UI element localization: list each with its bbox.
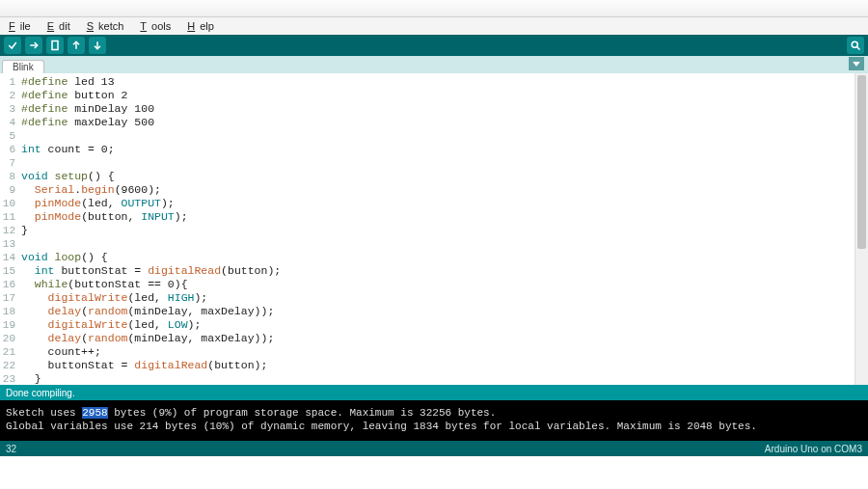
code-line[interactable]: #define button 2 — [21, 89, 864, 102]
arrow-right-icon — [28, 40, 40, 51]
code-line[interactable]: digitalWrite(led, LOW); — [21, 318, 864, 332]
console-highlight: 2958 — [82, 407, 107, 419]
serial-monitor-button[interactable] — [847, 37, 864, 54]
toolbar — [0, 35, 868, 56]
console-output[interactable]: Sketch uses 2958 bytes (9%) of program s… — [0, 400, 868, 441]
code-line[interactable]: delay(random(minDelay, maxDelay)); — [21, 332, 864, 345]
magnifier-icon — [850, 40, 861, 51]
code-line[interactable] — [21, 156, 864, 170]
code-line[interactable]: void setup() { — [21, 170, 864, 183]
code-line[interactable]: while(buttonStat == 0){ — [21, 278, 864, 291]
tab-blink[interactable]: Blink — [2, 60, 44, 73]
line-number: 6 — [0, 143, 17, 156]
bottom-padding — [0, 456, 868, 489]
code-line[interactable]: Serial.begin(9600); — [21, 183, 864, 197]
menu-file[interactable]: File — [4, 19, 41, 33]
line-number: 9 — [0, 183, 17, 197]
line-number: 16 — [0, 278, 17, 291]
code-line[interactable] — [21, 237, 864, 251]
code-line[interactable]: buttonStat = digitalRead(button); — [21, 359, 864, 372]
line-number: 10 — [0, 197, 17, 210]
line-number: 14 — [0, 251, 17, 264]
save-button[interactable] — [89, 37, 106, 54]
line-number: 21 — [0, 345, 17, 359]
tab-menu-button[interactable] — [849, 57, 864, 70]
status-text: Done compiling. — [6, 388, 75, 398]
line-number: 20 — [0, 332, 17, 345]
line-number: 22 — [0, 359, 17, 372]
scrollbar-thumb[interactable] — [857, 75, 866, 249]
line-number: 4 — [0, 116, 17, 129]
code-line[interactable]: #define maxDelay 500 — [21, 116, 864, 129]
line-number: 3 — [0, 102, 17, 116]
footer-bar: 32 Arduino Uno on COM3 — [0, 441, 868, 456]
code-line[interactable]: pinMode(led, OUTPUT); — [21, 197, 864, 210]
tab-bar: Blink — [0, 56, 868, 73]
code-line[interactable]: pinMode(button, INPUT); — [21, 210, 864, 224]
code-line[interactable]: #define minDelay 100 — [21, 102, 864, 116]
code-line[interactable]: int buttonStat = digitalRead(button); — [21, 264, 864, 278]
menu-help[interactable]: Help — [182, 19, 224, 33]
line-number: 23 — [0, 372, 17, 385]
code-line[interactable]: digitalWrite(led, HIGH); — [21, 291, 864, 305]
line-number: 13 — [0, 237, 17, 251]
console-line-2: Global variables use 214 bytes (10%) of … — [6, 421, 757, 432]
line-number: 7 — [0, 156, 17, 170]
verify-button[interactable] — [4, 37, 21, 54]
code-line[interactable]: int count = 0; — [21, 143, 864, 156]
arrow-up-icon — [70, 40, 82, 51]
code-line[interactable]: } — [21, 372, 864, 385]
svg-marker-3 — [854, 62, 859, 66]
line-number: 1 — [0, 75, 17, 89]
compile-status-bar: Done compiling. — [0, 385, 868, 400]
line-number: 5 — [0, 129, 17, 143]
vertical-scrollbar[interactable] — [854, 73, 868, 385]
menu-edit[interactable]: Edit — [42, 19, 80, 33]
file-icon — [49, 40, 61, 51]
svg-rect-0 — [52, 41, 58, 50]
check-icon — [7, 40, 18, 51]
new-button[interactable] — [46, 37, 64, 54]
code-editor[interactable]: 1234567891011121314151617181920212223 #d… — [0, 73, 868, 385]
console-line-1: Sketch uses 2958 bytes (9%) of program s… — [6, 407, 496, 419]
line-number: 18 — [0, 305, 17, 318]
arrow-down-icon — [92, 40, 103, 51]
line-number: 12 — [0, 224, 17, 237]
code-line[interactable] — [21, 129, 864, 143]
menu-sketch[interactable]: Sketch — [82, 19, 134, 33]
line-gutter: 1234567891011121314151617181920212223 — [0, 73, 17, 385]
window-titlebar — [0, 0, 868, 17]
code-area[interactable]: #define led 13#define button 2#define mi… — [17, 73, 868, 385]
footer-line-number: 32 — [6, 444, 16, 454]
line-number: 15 — [0, 264, 17, 278]
line-number: 17 — [0, 291, 17, 305]
footer-board-port: Arduino Uno on COM3 — [765, 444, 862, 454]
code-line[interactable]: void loop() { — [21, 251, 864, 264]
menubar: File Edit Sketch Tools Help — [0, 17, 868, 35]
line-number: 8 — [0, 170, 17, 183]
svg-line-2 — [857, 47, 860, 50]
code-line[interactable]: count++; — [21, 345, 864, 359]
menu-tools[interactable]: Tools — [135, 19, 180, 33]
line-number: 19 — [0, 318, 17, 332]
line-number: 11 — [0, 210, 17, 224]
open-button[interactable] — [68, 37, 85, 54]
code-line[interactable]: delay(random(minDelay, maxDelay)); — [21, 305, 864, 318]
code-line[interactable]: #define led 13 — [21, 75, 864, 89]
chevron-down-icon — [853, 60, 860, 68]
line-number: 2 — [0, 89, 17, 102]
upload-button[interactable] — [25, 37, 42, 54]
code-line[interactable]: } — [21, 224, 864, 237]
svg-point-1 — [852, 41, 857, 47]
